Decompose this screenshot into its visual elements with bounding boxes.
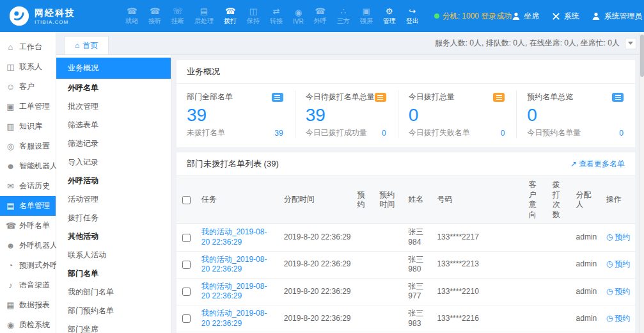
phone-cell: 133****2217	[432, 224, 523, 251]
select-all-checkbox[interactable]	[182, 196, 191, 204]
toolbar-threeway[interactable]: ∴ 三方	[332, 6, 355, 26]
stat-label: 部门全部名单	[187, 92, 233, 102]
agent-seat-button[interactable]: 坐席	[512, 11, 539, 22]
page-scrollbar[interactable]	[639, 33, 644, 333]
tab-home[interactable]: ⌂ 首页	[64, 36, 109, 54]
workbench-icon: ⌂	[6, 42, 15, 52]
task-link[interactable]: 我的活动_2019-08-20 22:36:29	[201, 255, 267, 274]
toolbar-ivr[interactable]: ◉ IVR	[288, 8, 309, 25]
table-row: 我的活动_2019-08-20 22:36:29 2019-8-20 22:36…	[177, 224, 635, 251]
row-checkbox[interactable]	[182, 261, 191, 269]
submenu-department-reserve-list[interactable]: 部门预约名单	[56, 302, 171, 320]
sidebar-item-outbound-list[interactable]: ☎ 外呼名单	[0, 216, 56, 236]
toolbar-transfer[interactable]: ⇄ 转接	[265, 6, 288, 26]
stat-sub-value: 39	[274, 129, 283, 138]
toolbar-forcescreen[interactable]: ▣ 强屏	[355, 6, 378, 26]
admin-user-menu[interactable]: 系统管理员	[592, 11, 644, 22]
stat-card: 部门全部名单 39 未拨打名单 39	[187, 90, 295, 138]
submenu-outbound-activity-header[interactable]: 外呼活动	[56, 172, 171, 190]
toolbar-afterwork[interactable]: ▤ 后处理	[189, 6, 219, 26]
toolbar-dial[interactable]: ☎ 拨打	[219, 6, 242, 26]
sidebar-item-workbench[interactable]: ⌂ 工作台	[0, 37, 56, 57]
submenu-my-department-list[interactable]: 我的部门名单	[56, 283, 171, 302]
sidebar-item-chat-history[interactable]: ✉ 会话历史	[0, 176, 56, 196]
outbound-robot-icon: ☻	[6, 241, 15, 250]
stats-dropdown-button[interactable]	[625, 38, 636, 49]
name-cell: 张三 977	[403, 278, 432, 305]
task-link[interactable]: 我的活动_2019-08-20 22:36:29	[201, 309, 267, 328]
row-checkbox[interactable]	[182, 314, 191, 323]
clock-icon: ◷	[606, 259, 613, 270]
submenu-batch-management[interactable]: 批次管理	[56, 97, 171, 116]
view-more-link[interactable]: ↗ 查看更多名单	[570, 159, 625, 170]
submenu-filter-form[interactable]: 筛选表单	[56, 116, 171, 134]
main-content: 业务概况 部门全部名单 39 未拨	[171, 55, 644, 333]
sidebar-item-qc[interactable]: ◉ 质检系统	[0, 315, 56, 333]
submenu-import-records[interactable]: 导入记录	[56, 153, 171, 172]
column-header: 姓名	[403, 176, 432, 224]
sidebar-item-customers[interactable]: ☺ 客户	[0, 77, 56, 97]
stat-card: 今日拨打总量 0 今日拨打失败名单 0	[409, 90, 517, 138]
qc-icon: ◉	[6, 320, 15, 330]
submenu-dial-tasks[interactable]: 拨打任务	[56, 209, 171, 227]
stat-badge-icon[interactable]	[493, 93, 505, 102]
reserve-action-link[interactable]: ◷ 预约	[606, 232, 630, 243]
submenu-contact-activity[interactable]: 联系人活动	[56, 246, 171, 264]
reserve-time-cell	[374, 305, 403, 332]
stat-label: 今日拨打总量	[409, 92, 455, 102]
sidebar-item-contacts[interactable]: ◫ 联系人	[0, 57, 56, 77]
phone-cell: 133****2216	[432, 305, 523, 332]
row-checkbox[interactable]	[182, 234, 191, 242]
submenu-department-agents[interactable]: 部门坐席	[56, 320, 171, 333]
toolbar-answer[interactable]: ☎ 接听	[143, 6, 166, 26]
dial-count-cell	[547, 251, 571, 278]
sidebar-item-smart-robot[interactable]: ☻ 智能机器人	[0, 156, 56, 176]
submenu-outbound-list-header[interactable]: 外呼名单	[56, 79, 171, 97]
sidebar-item-predictive[interactable]: ◔ 预测式外呼	[0, 256, 56, 275]
submenu-business-overview[interactable]: 业务概况	[56, 58, 171, 79]
sidebar-item-service-settings[interactable]: ◎ 客服设置	[0, 136, 56, 156]
stat-badge-icon[interactable]	[375, 93, 386, 102]
system-button[interactable]: 系统	[552, 11, 579, 22]
submenu-activity-management[interactable]: 活动管理	[56, 190, 171, 209]
toolbar-outbound[interactable]: ☎ 外呼	[309, 6, 332, 26]
stat-badge-icon[interactable]	[272, 93, 283, 102]
logo-icon	[9, 6, 29, 26]
reports-icon: ▦	[6, 300, 15, 310]
submenu-filter-records[interactable]: 筛选记录	[56, 134, 171, 153]
sidebar-item-list-management[interactable]: ▤ 名单管理	[0, 196, 56, 216]
sidebar-item-outbound-robot[interactable]: ☻ 外呼机器人	[0, 236, 56, 256]
dial-count-cell	[547, 278, 571, 305]
toolbar-logout[interactable]: ↪ 登出	[401, 6, 424, 26]
reserve-cell	[352, 224, 374, 251]
dial-count-cell	[547, 224, 571, 251]
phone-cell: 133****2213	[432, 251, 523, 278]
task-link[interactable]: 我的活动_2019-08-20 22:36:29	[201, 227, 267, 247]
predictive-icon: ◔	[6, 261, 15, 270]
reserve-action-link[interactable]: ◷ 预约	[606, 314, 630, 324]
row-checkbox[interactable]	[182, 288, 191, 296]
toolbar-manage[interactable]: ⚙ 管理	[378, 6, 401, 26]
robot-icon: ☻	[6, 161, 15, 171]
voice-channel-icon: ♪	[6, 280, 15, 290]
toolbar-hold[interactable]: ◫ 保持	[242, 6, 265, 26]
page-scrollbar-thumb[interactable]	[640, 35, 644, 77]
sidebar-item-knowledge[interactable]: ▥ 知识库	[0, 117, 56, 136]
sidebar-item-reports[interactable]: ▦ 数据报表	[0, 295, 56, 315]
sidebar-item-workorders[interactable]: ▣ 工单管理	[0, 97, 56, 117]
submenu-other-activity-header[interactable]: 其他活动	[56, 227, 171, 246]
reserve-action-link[interactable]: ◷ 预约	[606, 287, 630, 297]
extension-status: 分机: 1000 登录成功	[434, 11, 512, 22]
stat-badge-icon[interactable]	[612, 93, 624, 102]
reserve-action-link[interactable]: ◷ 预约	[606, 259, 630, 270]
stat-label: 预约名单总览	[527, 92, 573, 102]
submenu: 业务概况 外呼名单 批次管理 筛选表单 筛选记录	[56, 55, 171, 333]
answer-icon: ☎	[150, 6, 160, 16]
submenu-department-list-header[interactable]: 部门名单	[56, 264, 171, 283]
toolbar-ready[interactable]: ☎ 就绪	[120, 6, 143, 26]
sidebar-item-voice-channel[interactable]: ♪ 语音渠道	[0, 275, 56, 295]
task-link[interactable]: 我的活动_2019-08-20 22:36:29	[201, 282, 267, 301]
intent-cell	[524, 251, 547, 278]
column-header: 分配时间	[279, 176, 352, 224]
toolbar-hangup[interactable]: ☏ 挂断	[166, 6, 189, 26]
